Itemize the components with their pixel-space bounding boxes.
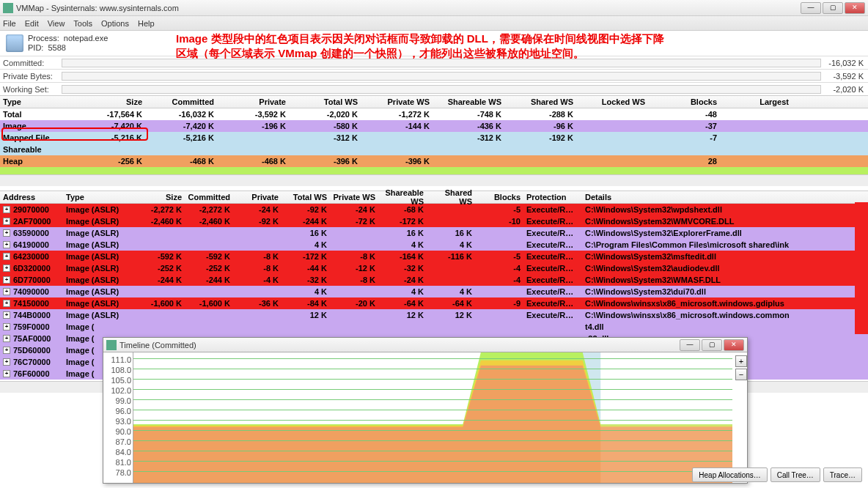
menu-options[interactable]: Options [101,19,129,28]
expand-icon[interactable]: + [3,335,10,342]
det-cell: Execute/R… [523,276,582,284]
expand-icon[interactable]: + [3,241,10,248]
close-button[interactable]: ✕ [845,2,865,14]
sum-header-private-ws[interactable]: Private WS [361,97,433,106]
det-row[interactable]: +6D770000Image (ASLR)-244 K-244 K-4 K-32… [0,274,868,286]
det-cell: -9 [475,299,523,308]
expand-icon[interactable]: + [3,347,10,354]
timeline-minimize[interactable]: — [680,339,700,351]
timeline-maximize[interactable]: ▢ [702,339,722,351]
call-tree-button[interactable]: Call Tree… [770,467,820,482]
det-cell: C:\Windows\System32\wpdshext.dll [582,205,868,214]
det-row[interactable]: +64190000Image (ASLR)4 K4 K4 KExecute/R…… [0,239,868,251]
det-header-shared-ws[interactable]: Shared WS [427,188,475,206]
menubar: File Edit View Tools Options Help [0,16,868,31]
det-row[interactable]: +759F0000Image (t4.dll [0,321,868,333]
sum-header-total-ws[interactable]: Total WS [289,97,361,106]
sum-cell: -312 K [289,133,361,142]
process-info: Process:notepad.exe PID:5588 Image 类型段中的… [0,31,868,56]
zoom-in-button[interactable]: + [735,355,747,367]
timeline-plot[interactable] [133,352,732,483]
expand-icon[interactable]: + [3,253,10,260]
det-header-blocks[interactable]: Blocks [475,193,523,202]
sum-header-type[interactable]: Type [0,97,73,106]
expand-icon[interactable]: + [3,358,10,366]
timeline-close[interactable]: ✕ [724,339,744,351]
det-header-committed[interactable]: Committed [185,193,233,202]
pid-label: PID: [28,43,43,53]
sum-cell: -5,216 K [73,133,145,142]
det-cell: -244 K [136,276,185,284]
expand-icon[interactable]: + [3,276,10,284]
det-row[interactable]: +64230000Image (ASLR)-592 K-592 K-8 K-17… [0,251,868,262]
det-row[interactable]: +74150000Image (ASLR)-1,600 K-1,600 K-36… [0,297,868,309]
expand-icon[interactable]: + [3,323,10,330]
menu-edit[interactable]: Edit [25,19,39,28]
det-header-details[interactable]: Details [582,193,868,202]
expand-icon[interactable]: + [3,311,10,319]
menu-file[interactable]: File [3,19,16,28]
sum-header-shareable-ws[interactable]: Shareable WS [433,97,504,106]
det-cell: 4 K [378,287,427,296]
timeline-titlebar[interactable]: Timeline (Committed) — ▢ ✕ [103,338,747,352]
det-cell: -592 K [136,252,185,261]
heap-allocations-button[interactable]: Heap Allocations… [692,467,768,482]
det-cell: 16 K [427,229,475,237]
private-row: Private Bytes: -3,592 K [0,69,868,82]
sum-header-locked-ws[interactable]: Locked WS [576,97,648,106]
det-cell: +64230000 [0,252,63,261]
det-row[interactable]: +6D320000Image (ASLR)-252 K-252 K-8 K-44… [0,262,868,274]
summary-scrollbar[interactable] [0,174,868,186]
sum-cell: -256 K [73,157,145,166]
menu-tools[interactable]: Tools [73,19,92,28]
sum-row[interactable]: Mapped File-5,216 K-5,216 K-312 K-312 K-… [0,132,868,144]
expand-icon[interactable]: + [3,206,10,213]
menu-view[interactable]: View [48,19,65,28]
sum-header-private[interactable]: Private [217,97,289,106]
det-header-shareable-ws[interactable]: Shareable WS [378,188,427,206]
maximize-button[interactable]: ▢ [823,2,843,14]
det-cell: -2,460 K [136,217,185,226]
det-header-protection[interactable]: Protection [523,193,582,202]
det-header-total-ws[interactable]: Total WS [282,193,330,202]
ytick: 93.0 [103,417,133,427]
sum-row[interactable]: Heap-256 K-468 K-468 K-396 K-396 K28 [0,155,868,167]
det-cell: 4 K [427,287,475,296]
expand-icon[interactable]: + [3,300,10,307]
expand-icon[interactable]: + [3,265,10,272]
expand-icon[interactable]: + [3,218,10,225]
det-header-type[interactable]: Type [63,193,136,202]
zoom-out-button[interactable]: − [735,369,747,380]
sum-header-shared-ws[interactable]: Shared WS [504,97,576,106]
expand-icon[interactable]: + [3,288,10,295]
det-cell: 12 K [282,311,330,319]
det-cell: 16 K [378,229,427,237]
sum-header-committed[interactable]: Committed [145,97,217,106]
private-value: -3,592 K [821,72,865,81]
det-row[interactable]: +74090000Image (ASLR)4 K4 K4 KExecute/R…… [0,286,868,297]
sum-row[interactable]: Shareable [0,144,868,155]
det-header-private-ws[interactable]: Private WS [330,193,378,202]
trace-button[interactable]: Trace… [823,467,862,482]
det-cell: -92 K [233,217,282,226]
gridline [133,461,732,462]
sum-cell: -7,420 K [73,122,145,130]
det-row[interactable]: +744B0000Image (ASLR)12 K12 K12 KExecute… [0,309,868,321]
sum-row[interactable]: Image-7,420 K-7,420 K-196 K-580 K-144 K-… [0,120,868,132]
det-cell: +29070000 [0,205,63,214]
det-row[interactable]: +63590000Image (ASLR)16 K16 K16 KExecute… [0,227,868,239]
det-header-size[interactable]: Size [136,193,185,202]
expand-icon[interactable]: + [3,229,10,237]
sum-row[interactable]: Total-17,564 K-16,032 K-3,592 K-2,020 K-… [0,108,868,120]
det-header-address[interactable]: Address [0,193,63,202]
sum-header-blocks[interactable]: Blocks [648,97,720,106]
sum-header-size[interactable]: Size [73,97,145,106]
expand-icon[interactable]: + [3,370,10,377]
minimize-button[interactable]: — [801,2,821,14]
det-cell: -172 K [378,217,427,226]
det-row[interactable]: +2AF70000Image (ASLR)-2,460 K-2,460 K-92… [0,215,868,227]
det-header-private[interactable]: Private [233,193,282,202]
scrollbar-indicator[interactable] [855,202,868,334]
sum-header-largest[interactable]: Largest [720,97,792,106]
menu-help[interactable]: Help [138,19,155,28]
